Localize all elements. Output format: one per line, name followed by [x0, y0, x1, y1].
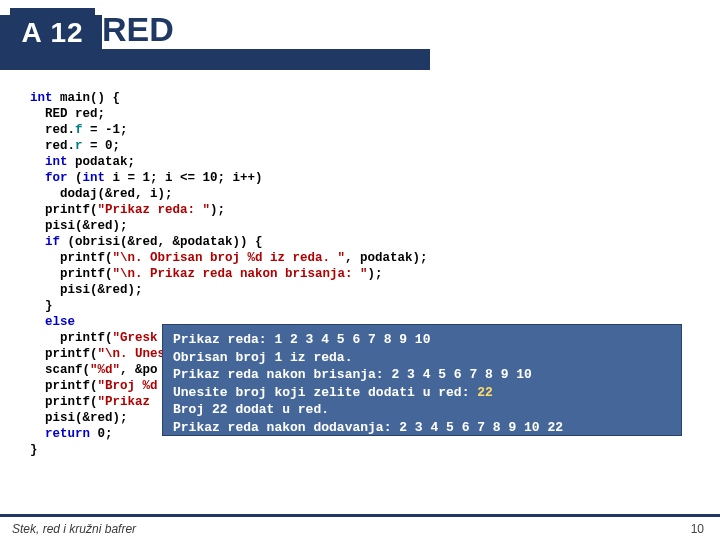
kw-return: return	[45, 427, 90, 441]
code-text: podatak;	[68, 155, 136, 169]
kw-int: int	[45, 155, 68, 169]
code-text: i = 1; i <= 10; i++)	[105, 171, 263, 185]
code-text: );	[368, 267, 383, 281]
string-literal: "Prikaz	[98, 395, 158, 409]
code-text: pisi(&red);	[30, 283, 143, 297]
code-text: printf(	[30, 267, 113, 281]
code-text: (obrisi(&red, &podatak)) {	[60, 235, 263, 249]
code-text: }	[30, 299, 53, 313]
header-strip	[0, 58, 430, 70]
output-line: Broj 22 dodat u red.	[173, 402, 329, 417]
code-text: printf(	[30, 379, 98, 393]
code-text: , &po	[120, 363, 158, 377]
field-f: f	[75, 123, 83, 137]
code-text: printf(	[30, 331, 113, 345]
string-literal: "%d"	[90, 363, 120, 377]
code-text: RED red;	[30, 107, 105, 121]
string-literal: "\n. Prikaz reda nakon brisanja: "	[113, 267, 368, 281]
output-line: Unesite broj koji zelite dodati u red:	[173, 385, 477, 400]
kw-int: int	[30, 91, 53, 105]
code-text: = 0;	[83, 139, 121, 153]
code-text	[30, 155, 45, 169]
output-input-value: 22	[477, 385, 493, 400]
code-text: = -1;	[83, 123, 128, 137]
page-number: 10	[691, 522, 704, 536]
code-text: );	[210, 203, 225, 217]
code-text	[30, 235, 45, 249]
kw-else: else	[45, 315, 75, 329]
code-text: printf(	[30, 347, 98, 361]
code-text: red.	[30, 123, 75, 137]
kw-for: for	[45, 171, 68, 185]
code-text	[30, 427, 45, 441]
string-literal: "Prikaz reda: "	[98, 203, 211, 217]
code-text	[30, 171, 45, 185]
kw-int: int	[83, 171, 106, 185]
code-text: printf(	[30, 251, 113, 265]
footer: Stek, red i kružni bafrer 10	[0, 514, 720, 540]
code-text: , podatak);	[345, 251, 428, 265]
output-line: Prikaz reda: 1 2 3 4 5 6 7 8 9 10	[173, 332, 430, 347]
footer-text: Stek, red i kružni bafrer	[12, 522, 136, 536]
code-text: main() {	[53, 91, 121, 105]
string-literal: "Broj %d	[98, 379, 158, 393]
code-text: printf(	[30, 203, 98, 217]
field-r: r	[75, 139, 83, 153]
code-text: printf(	[30, 395, 98, 409]
code-text: pisi(&red);	[30, 411, 128, 425]
code-text: pisi(&red);	[30, 219, 128, 233]
output-line: Prikaz reda nakon brisanja: 2 3 4 5 6 7 …	[173, 367, 532, 382]
code-text	[30, 315, 45, 329]
kw-if: if	[45, 235, 60, 249]
code-text: scanf(	[30, 363, 90, 377]
output-line: Obrisan broj 1 iz reda.	[173, 350, 352, 365]
code-text: 0;	[90, 427, 113, 441]
code-text: red.	[30, 139, 75, 153]
code-text: }	[30, 443, 38, 457]
string-literal: "\n. Obrisan broj %d iz reda. "	[113, 251, 346, 265]
code-text: dodaj(&red, i);	[30, 187, 173, 201]
slide-title: RED	[102, 10, 574, 49]
string-literal: "Gresk	[113, 331, 158, 345]
program-output: Prikaz reda: 1 2 3 4 5 6 7 8 9 10 Obrisa…	[162, 324, 682, 436]
slide-number-badge: A 12	[10, 8, 95, 58]
code-text: (	[68, 171, 83, 185]
output-line: Prikaz reda nakon dodavanja: 2 3 4 5 6 7…	[173, 420, 563, 435]
